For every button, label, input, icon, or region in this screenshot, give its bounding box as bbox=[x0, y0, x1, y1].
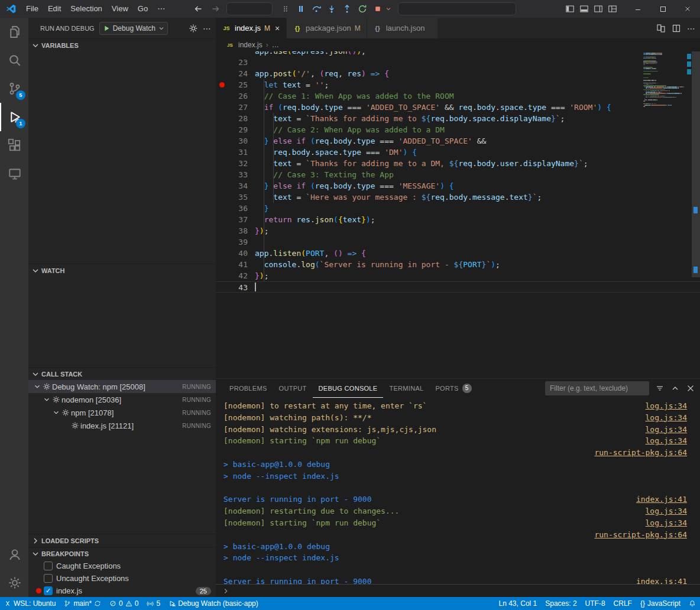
toggle-sidebar-icon[interactable] bbox=[565, 4, 575, 14]
call-stack-row[interactable]: index.js [21121]RUNNING bbox=[28, 419, 216, 432]
filter-options-icon[interactable] bbox=[655, 384, 665, 393]
breakpoint-gutter[interactable] bbox=[216, 124, 228, 135]
ports-item[interactable]: 5 bbox=[142, 597, 164, 610]
close-tab-icon[interactable]: × bbox=[275, 24, 280, 33]
tab-problems[interactable]: PROBLEMS bbox=[223, 379, 273, 398]
console-source-link[interactable]: index.js:41 bbox=[636, 494, 687, 505]
breadcrumb-item-file[interactable]: index.js bbox=[238, 41, 262, 49]
breakpoint-gutter[interactable] bbox=[216, 68, 228, 79]
tab-index-js[interactable]: JS index.js M × bbox=[216, 18, 287, 38]
sidebar-item-extensions[interactable] bbox=[0, 131, 28, 160]
debug-config-dropdown[interactable]: Debug Watch bbox=[99, 22, 168, 35]
step-over-button[interactable] bbox=[309, 2, 323, 16]
split-editor-icon[interactable] bbox=[672, 24, 681, 33]
tab-debug-console[interactable]: DEBUG CONSOLE bbox=[313, 379, 384, 398]
indentation-item[interactable]: Spaces: 2 bbox=[541, 597, 581, 610]
console-source-link[interactable]: log.js:34 bbox=[646, 424, 687, 436]
breakpoint-gutter[interactable] bbox=[216, 270, 228, 281]
tab-terminal[interactable]: TERMINAL bbox=[383, 379, 429, 398]
breakpoint-row[interactable]: Uncaught Exceptions bbox=[28, 572, 216, 585]
call-stack-row[interactable]: nodemon [25036]RUNNING bbox=[28, 393, 216, 406]
section-header-loaded-scripts[interactable]: LOADED SCRIPTS bbox=[28, 534, 216, 547]
toggle-secondary-sidebar-icon[interactable] bbox=[594, 4, 603, 14]
debug-session-item[interactable]: Debug Watch (basic-app) bbox=[164, 597, 262, 610]
settings-button[interactable] bbox=[0, 569, 28, 597]
console-source-link[interactable]: log.js:34 bbox=[646, 505, 687, 517]
console-input[interactable] bbox=[216, 584, 700, 597]
breakpoint-checkbox[interactable] bbox=[44, 562, 53, 570]
stop-dropdown-chevron-icon[interactable] bbox=[385, 5, 392, 12]
console-source-link[interactable]: run-script-pkg.js:64 bbox=[594, 447, 687, 459]
notifications-item[interactable] bbox=[685, 597, 700, 610]
tab-launch-json[interactable]: {} launch.json bbox=[367, 18, 438, 38]
breakpoint-gutter[interactable] bbox=[216, 113, 228, 124]
breakpoint-gutter[interactable] bbox=[216, 236, 228, 248]
pause-button[interactable] bbox=[294, 2, 308, 16]
menu-go[interactable]: Go bbox=[133, 2, 153, 15]
maximize-panel-icon[interactable] bbox=[670, 384, 680, 393]
console-source-link[interactable]: log.js:34 bbox=[646, 517, 687, 529]
problems-item[interactable]: 00 bbox=[105, 597, 142, 610]
step-out-button[interactable] bbox=[340, 2, 354, 16]
sidebar-item-source-control[interactable]: 5 bbox=[0, 74, 28, 103]
breakpoint-checkbox[interactable]: ✓ bbox=[44, 586, 53, 595]
menu-view[interactable]: View bbox=[107, 2, 133, 15]
minimize-button[interactable]: – bbox=[626, 0, 650, 18]
breakpoint-gutter[interactable] bbox=[216, 282, 228, 292]
tab-output[interactable]: OUTPUT bbox=[273, 379, 313, 398]
breakpoint-gutter[interactable] bbox=[216, 169, 228, 180]
breakpoint-gutter[interactable] bbox=[216, 90, 228, 102]
customize-layout-icon[interactable] bbox=[608, 4, 617, 14]
start-debug-icon[interactable] bbox=[102, 24, 111, 33]
sidebar-item-remote-explorer[interactable] bbox=[0, 160, 28, 188]
toggle-panel-icon[interactable] bbox=[579, 4, 589, 14]
breakpoint-gutter[interactable] bbox=[216, 102, 228, 113]
minimap[interactable] bbox=[642, 51, 692, 378]
breakpoint-gutter[interactable] bbox=[216, 51, 228, 57]
language-item[interactable]: {}JavaScript bbox=[636, 597, 685, 610]
breakpoint-gutter[interactable] bbox=[216, 248, 228, 259]
console-filter-input[interactable] bbox=[545, 381, 649, 395]
section-header-watch[interactable]: WATCH bbox=[28, 264, 216, 277]
console-source-link[interactable]: index.js:41 bbox=[636, 576, 687, 584]
encoding-item[interactable]: UTF-8 bbox=[581, 597, 610, 610]
close-panel-icon[interactable] bbox=[686, 384, 695, 393]
breakpoint-gutter[interactable] bbox=[216, 158, 228, 169]
go-forward-button[interactable] bbox=[209, 2, 223, 16]
breakpoint-row[interactable]: ✓index.js25 bbox=[28, 585, 216, 597]
console-source-link[interactable]: log.js:34 bbox=[646, 435, 687, 447]
console-source-link[interactable]: run-script-pkg.js:64 bbox=[594, 529, 687, 541]
breakpoint-gutter[interactable] bbox=[216, 192, 228, 203]
maximize-button[interactable] bbox=[650, 0, 675, 18]
section-header-breakpoints[interactable]: BREAKPOINTS bbox=[28, 547, 216, 560]
go-back-button[interactable] bbox=[191, 2, 205, 16]
breakpoint-gutter[interactable] bbox=[216, 57, 228, 68]
sidebar-more-actions[interactable]: ⋯ bbox=[203, 24, 211, 33]
console-source-link[interactable]: log.js:34 bbox=[646, 400, 687, 412]
editor-more-actions[interactable]: ⋯ bbox=[687, 24, 695, 33]
breakpoint-gutter[interactable] bbox=[216, 214, 228, 225]
accounts-button[interactable] bbox=[0, 540, 28, 569]
menu-selection[interactable]: Selection bbox=[66, 2, 106, 15]
breakpoint-gutter[interactable] bbox=[216, 147, 228, 158]
menu-edit[interactable]: Edit bbox=[43, 2, 66, 15]
tab-package-json[interactable]: {} package.json M bbox=[287, 18, 367, 38]
sidebar-item-search[interactable] bbox=[0, 46, 28, 74]
eol-item[interactable]: CRLF bbox=[610, 597, 636, 610]
cursor-position-item[interactable]: Ln 43, Col 1 bbox=[495, 597, 542, 610]
breakpoint-gutter[interactable] bbox=[216, 225, 228, 236]
sidebar-item-run-and-debug[interactable]: 1 bbox=[0, 103, 28, 131]
breakpoint-gutter[interactable] bbox=[216, 203, 228, 214]
call-stack-row[interactable]: npm [21078]RUNNING bbox=[28, 406, 216, 419]
scrollbar[interactable] bbox=[692, 51, 700, 378]
menu-file[interactable]: File bbox=[21, 2, 43, 15]
git-branch-item[interactable]: main* bbox=[60, 597, 105, 610]
section-header-variables[interactable]: VARIABLES bbox=[28, 38, 216, 51]
scrollbar-thumb[interactable] bbox=[692, 51, 700, 277]
breadcrumb-item-symbol[interactable]: … bbox=[272, 41, 279, 49]
stop-button[interactable] bbox=[371, 2, 385, 16]
call-stack-row[interactable]: Debug Watch: npm [25008]RUNNING bbox=[28, 380, 216, 393]
breakpoint-gutter[interactable] bbox=[216, 135, 228, 147]
sidebar-item-explorer[interactable] bbox=[0, 18, 28, 46]
remote-indicator[interactable]: WSL: Ubuntu bbox=[0, 597, 60, 610]
